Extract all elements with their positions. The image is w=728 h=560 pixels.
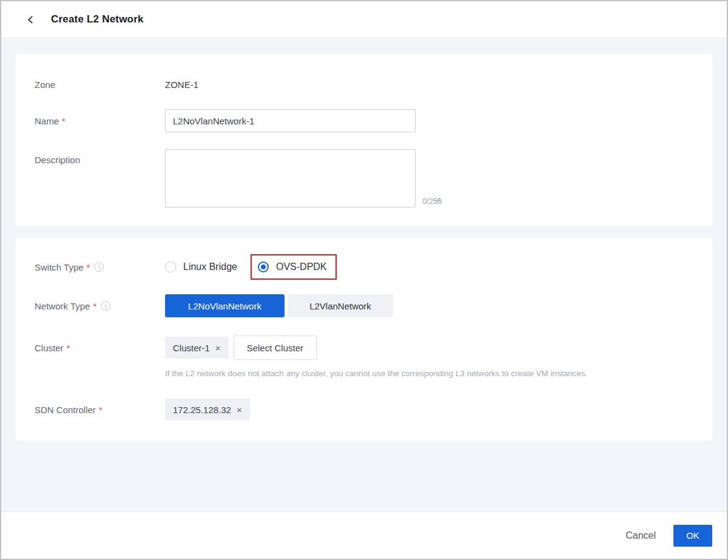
back-button[interactable] — [24, 12, 39, 27]
select-cluster-button[interactable]: Select Cluster — [234, 336, 317, 360]
basic-info-card: Zone ZONE-1 Name * Description — [16, 54, 712, 226]
form-content: Zone ZONE-1 Name * Description — [1, 38, 727, 511]
sdn-controller-label: SDN Controller * — [35, 405, 165, 415]
switch-type-row: Switch Type * i Linux Bridge OVS-DPDK — [35, 254, 693, 280]
sdn-controller-tag: 172.25.128.32 × — [165, 399, 250, 420]
info-icon[interactable]: i — [101, 301, 110, 311]
required-asterisk: * — [99, 405, 103, 415]
network-type-row: Network Type * i L2NoVlanNetwork L2VlanN… — [35, 294, 693, 317]
cancel-button[interactable]: Cancel — [625, 530, 656, 541]
description-textarea[interactable] — [165, 149, 416, 207]
cluster-control: Cluster-1 × Select Cluster If the L2 net… — [165, 336, 587, 378]
zone-value: ZONE-1 — [165, 79, 198, 90]
info-icon[interactable]: i — [94, 262, 104, 272]
name-row: Name * — [35, 109, 693, 132]
resize-handle-icon[interactable] — [434, 194, 440, 205]
switch-type-radio-group: Linux Bridge OVS-DPDK — [165, 254, 337, 280]
cluster-tag-line: Cluster-1 × Select Cluster — [165, 336, 587, 360]
highlight-box: OVS-DPDK — [251, 254, 337, 280]
required-asterisk: * — [93, 301, 96, 311]
close-icon[interactable]: × — [215, 343, 221, 353]
create-l2-network-window: Create L2 Network Zone ZONE-1 Name * De — [0, 0, 728, 560]
radio-linux-bridge[interactable]: Linux Bridge — [165, 261, 237, 272]
chevron-left-icon — [28, 16, 36, 24]
radio-unchecked-icon — [165, 261, 176, 272]
network-settings-card: Switch Type * i Linux Bridge OVS-DPDK — [16, 238, 712, 440]
description-row: Description 0/256 — [35, 149, 693, 207]
network-type-label: Network Type * i — [35, 301, 165, 311]
radio-ovs-dpdk[interactable]: OVS-DPDK — [258, 261, 327, 272]
footer: Cancel OK — [1, 511, 727, 559]
cluster-row: Cluster * Cluster-1 × Select Cluster If … — [35, 336, 693, 378]
cluster-tag: Cluster-1 × — [165, 337, 229, 359]
page-title: Create L2 Network — [51, 13, 144, 25]
required-asterisk: * — [87, 262, 90, 272]
zone-label: Zone — [35, 79, 165, 90]
cluster-hint: If the L2 network does not attach any cl… — [165, 369, 587, 378]
header: Create L2 Network — [1, 1, 727, 38]
name-input[interactable] — [165, 109, 416, 132]
description-label: Description — [35, 149, 165, 165]
network-type-l2vlan-button[interactable]: L2VlanNetwork — [288, 294, 393, 317]
cluster-label: Cluster * — [35, 336, 165, 360]
description-textarea-wrap: 0/256 — [165, 149, 442, 207]
close-icon[interactable]: × — [237, 405, 242, 415]
ok-button[interactable]: OK — [673, 525, 712, 547]
switch-type-label: Switch Type * i — [35, 262, 165, 272]
network-type-segmented: L2NoVlanNetwork L2VlanNetwork — [165, 294, 393, 317]
network-type-l2novlan-button[interactable]: L2NoVlanNetwork — [165, 294, 285, 317]
sdn-controller-row: SDN Controller * 172.25.128.32 × — [35, 399, 693, 420]
required-asterisk: * — [62, 116, 66, 126]
radio-checked-icon — [258, 261, 269, 272]
zone-row: Zone ZONE-1 — [35, 79, 693, 90]
name-label: Name * — [35, 116, 165, 126]
required-asterisk: * — [67, 343, 70, 353]
